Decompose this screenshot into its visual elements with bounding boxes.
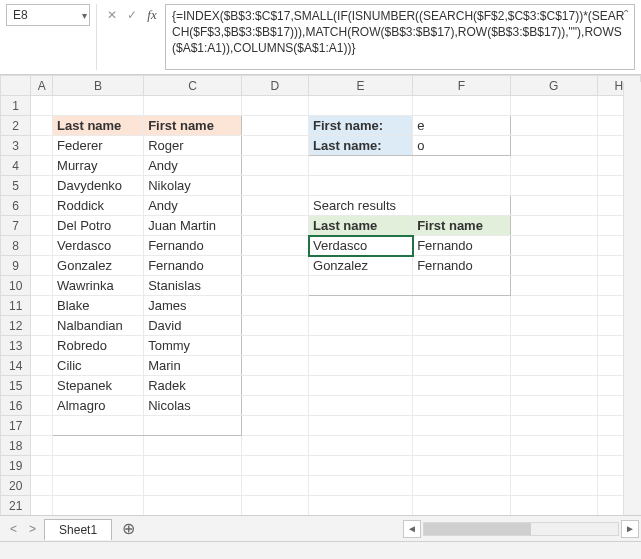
search-last-label[interactable]: Last name: [309, 136, 413, 156]
cell[interactable] [53, 416, 144, 436]
row-header[interactable]: 6 [1, 196, 31, 216]
results-header[interactable]: First name [413, 216, 511, 236]
row-header[interactable]: 7 [1, 216, 31, 236]
row-header[interactable]: 1 [1, 96, 31, 116]
cell[interactable]: Verdasco [53, 236, 144, 256]
cell[interactable]: Gonzalez [53, 256, 144, 276]
cell[interactable]: David [144, 316, 242, 336]
col-header[interactable]: E [309, 76, 413, 96]
results-title[interactable]: Search results [309, 196, 413, 216]
col-header[interactable]: A [31, 76, 53, 96]
cell[interactable]: Fernando [413, 236, 511, 256]
row-header[interactable]: 17 [1, 416, 31, 436]
cell[interactable]: Roddick [53, 196, 144, 216]
row-header[interactable]: 13 [1, 336, 31, 356]
fx-icon[interactable]: fx [143, 6, 161, 24]
row-header[interactable]: 3 [1, 136, 31, 156]
search-first-label[interactable]: First name: [309, 116, 413, 136]
table-header[interactable]: Last name [53, 116, 144, 136]
col-header[interactable]: C [144, 76, 242, 96]
cell[interactable]: Federer [53, 136, 144, 156]
cell[interactable]: Davydenko [53, 176, 144, 196]
scroll-left-icon[interactable]: ◄ [403, 520, 421, 538]
col-header[interactable]: F [413, 76, 511, 96]
status-bar [0, 541, 641, 559]
cell[interactable]: Roger [144, 136, 242, 156]
row-header[interactable]: 14 [1, 356, 31, 376]
cell[interactable]: Fernando [413, 256, 511, 276]
formula-bar: E8 ▾ ✕ ✓ fx {=INDEX($B$3:$C$17,SMALL(IF(… [0, 0, 641, 75]
name-box-value: E8 [13, 8, 28, 22]
add-sheet-icon[interactable]: ⊕ [116, 519, 141, 538]
cell[interactable] [413, 196, 511, 216]
col-header[interactable]: G [510, 76, 597, 96]
formula-buttons: ✕ ✓ fx [103, 4, 161, 26]
row-header[interactable]: 16 [1, 396, 31, 416]
table-header[interactable]: First name [144, 116, 242, 136]
row-header[interactable]: 5 [1, 176, 31, 196]
row-header[interactable]: 19 [1, 456, 31, 476]
name-box[interactable]: E8 ▾ [6, 4, 90, 26]
cell[interactable] [413, 276, 511, 296]
cell[interactable] [144, 416, 242, 436]
cell[interactable]: Nikolay [144, 176, 242, 196]
cell[interactable]: Robredo [53, 336, 144, 356]
enter-icon[interactable]: ✓ [123, 6, 141, 24]
cell[interactable]: Marin [144, 356, 242, 376]
cell[interactable]: Fernando [144, 256, 242, 276]
horizontal-scrollbar[interactable]: ◄ ► [401, 515, 641, 541]
row-header[interactable]: 8 [1, 236, 31, 256]
row-header[interactable]: 10 [1, 276, 31, 296]
row-header[interactable]: 2 [1, 116, 31, 136]
select-all-corner[interactable] [1, 76, 31, 96]
cell[interactable]: Stepanek [53, 376, 144, 396]
formula-input[interactable]: {=INDEX($B$3:$C$17,SMALL(IF(ISNUMBER((SE… [165, 4, 635, 70]
row-header[interactable]: 15 [1, 376, 31, 396]
cell[interactable]: Radek [144, 376, 242, 396]
cell[interactable]: Stanislas [144, 276, 242, 296]
row-header[interactable]: 4 [1, 156, 31, 176]
tab-prev-icon[interactable]: < [6, 522, 21, 536]
search-first-input[interactable]: e [413, 116, 511, 136]
cell[interactable]: Gonzalez [309, 256, 413, 276]
row-header[interactable]: 11 [1, 296, 31, 316]
cell[interactable]: Nalbandian [53, 316, 144, 336]
row-header[interactable]: 18 [1, 436, 31, 456]
cell[interactable]: Almagro [53, 396, 144, 416]
tab-next-icon[interactable]: > [25, 522, 40, 536]
scroll-right-icon[interactable]: ► [621, 520, 639, 538]
formula-text: {=INDEX($B$3:$C$17,SMALL(IF(ISNUMBER((SE… [172, 9, 625, 55]
cell[interactable]: Nicolas [144, 396, 242, 416]
sheet-tab[interactable]: Sheet1 [44, 519, 112, 540]
col-header[interactable]: B [53, 76, 144, 96]
collapse-formula-icon[interactable]: ⌃ [622, 7, 630, 21]
vertical-scrollbar[interactable] [623, 82, 641, 515]
active-cell[interactable]: Verdasco [309, 236, 413, 256]
cell[interactable]: James [144, 296, 242, 316]
cell[interactable]: Murray [53, 156, 144, 176]
cell[interactable]: Fernando [144, 236, 242, 256]
cell[interactable]: Andy [144, 196, 242, 216]
cell[interactable]: Cilic [53, 356, 144, 376]
spreadsheet-grid[interactable]: A B C D E F G H 1 2 Last name First name… [0, 75, 641, 536]
results-header[interactable]: Last name [309, 216, 413, 236]
row-header[interactable]: 20 [1, 476, 31, 496]
row-header[interactable]: 21 [1, 496, 31, 516]
chevron-down-icon[interactable]: ▾ [82, 10, 87, 21]
cell[interactable]: Blake [53, 296, 144, 316]
cancel-icon[interactable]: ✕ [103, 6, 121, 24]
cell[interactable]: Del Potro [53, 216, 144, 236]
col-header[interactable]: D [241, 76, 308, 96]
cell[interactable]: Juan Martin [144, 216, 242, 236]
cell[interactable] [309, 276, 413, 296]
cell[interactable]: Wawrinka [53, 276, 144, 296]
search-last-input[interactable]: o [413, 136, 511, 156]
cell[interactable]: Andy [144, 156, 242, 176]
row-header[interactable]: 9 [1, 256, 31, 276]
cell[interactable]: Tommy [144, 336, 242, 356]
row-header[interactable]: 12 [1, 316, 31, 336]
